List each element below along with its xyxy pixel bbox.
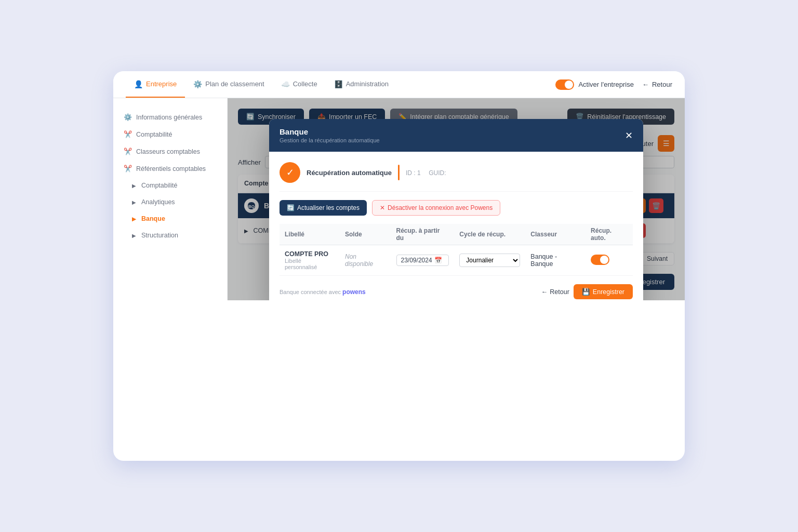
deactivate-label: Désactiver la connexion avec Powens [388,204,493,211]
update-accounts-button[interactable]: 🔄 Actualiser les comptes [280,200,367,216]
sidebar: ⚙️ Informations générales ✂️ Comptabilit… [113,98,228,300]
sidebar-item-comptabilite[interactable]: ✂️ Comptabilité [113,126,227,143]
sidebar-item-informations[interactable]: ⚙️ Informations générales [113,109,227,126]
content-area: 🔄 Synchroniser 📤 Importer un FEC ✏️ Inté… [228,98,685,300]
sidebar-item-label: Analytiques [141,198,175,206]
tab-administration-label: Administration [346,80,389,88]
tab-entreprise-label: Entreprise [146,80,177,88]
activate-toggle[interactable] [555,79,574,90]
cycle-select[interactable]: Journalier Hebdomadaire Mensuel [459,254,520,267]
modal-col-libelle: Libellé [280,224,340,245]
status-text: Récupération automatique [307,169,392,177]
modal-table: Libellé Solde Récup. à partir du Cycle d… [280,224,633,276]
modal-row-classeur: Banque - Banque [525,245,586,276]
modal-close-button[interactable]: ✕ [625,130,633,141]
status-circle: ✓ [280,162,300,183]
modal-footer: Banque connectée avec powens ← Retour 💾 [280,284,633,299]
scissors3-icon: ✂️ [124,165,132,172]
status-divider [398,165,400,180]
sidebar-item-label: Référentiels comptables [136,165,206,172]
modal-col-cycle: Cycle de récup. [454,224,525,245]
modal-ids: ID : 1 GUID: [406,169,446,177]
expand-icon: ▶ [132,183,136,189]
modal-header: Banque Gestion de la récupération automa… [269,119,643,152]
modal-label-sub: Libellé personnalisé [285,258,335,270]
date-value: 23/09/2024 [401,257,432,264]
modal-overlay: Banque Gestion de la récupération automa… [228,98,685,300]
modal-buttons: ← Retour 💾 Enregistrer [541,284,633,299]
recup-toggle[interactable] [591,255,609,265]
settings-icon: ⚙️ [193,80,202,88]
modal: Banque Gestion de la récupération automa… [269,119,643,300]
sidebar-item-label: Comptabilité [136,131,172,138]
back-label: Retour [652,81,672,88]
modal-title: Banque [280,127,380,136]
modal-save-button[interactable]: 💾 Enregistrer [574,284,633,299]
gear-icon: ⚙️ [124,113,132,121]
tab-administration[interactable]: 🗄️ Administration [326,71,397,98]
modal-col-recup: Récup. auto. [586,224,633,245]
sidebar-item-referentiels[interactable]: ✂️ Référentiels comptables [113,160,227,177]
main-layout: ⚙️ Informations générales ✂️ Comptabilit… [113,98,685,300]
modal-header-text: Banque Gestion de la récupération automa… [280,127,380,143]
modal-body: ✓ Récupération automatique ID : 1 GUID: [269,152,643,300]
sidebar-item-comptabilite-sub[interactable]: ▶ Comptabilité [113,177,227,194]
sidebar-item-banque[interactable]: ▶ Banque [113,210,227,227]
sidebar-item-label: Classeurs comptables [136,148,200,155]
sidebar-item-label: Banque [141,215,165,222]
tab-entreprise[interactable]: 👤 Entreprise [126,71,185,98]
save2-icon: 💾 [582,288,590,296]
modal-row-cycle: Journalier Hebdomadaire Mensuel [454,245,525,276]
expand3-icon: ▶ [132,216,136,222]
toggle-wrapper: Activer l'entreprise [555,79,634,90]
scissors-icon: ✂️ [124,130,132,138]
modal-row-recup [586,245,633,276]
toggle-label: Activer l'entreprise [578,81,634,88]
modal-label-main: COMPTE PRO [285,250,335,258]
deactivate-button[interactable]: ✕ Désactiver la connexion avec Powens [372,200,500,216]
modal-actions: 🔄 Actualiser les comptes ✕ Désactiver la… [280,200,633,216]
back-arrow-icon: ← [642,81,649,88]
tab-plan[interactable]: ⚙️ Plan de classement [185,71,272,98]
modal-table-row: COMPTE PRO Libellé personnalisé Non disp… [280,245,633,276]
main-card: 👤 Entreprise ⚙️ Plan de classement ☁️ Co… [113,71,685,461]
modal-col-date: Récup. à partir du [391,224,455,245]
modal-col-solde: Solde [340,224,391,245]
powens-note: Banque connectée avec powens [280,288,366,296]
back-button[interactable]: ← Retour [642,81,672,88]
tab-collecte-label: Collecte [293,80,317,88]
refresh-icon: 🔄 [287,204,295,211]
top-nav: 👤 Entreprise ⚙️ Plan de classement ☁️ Co… [113,71,685,98]
back-arrow2-icon: ← [541,288,548,296]
modal-guid: GUID: [429,169,446,177]
tab-collecte[interactable]: ☁️ Collecte [273,71,326,98]
modal-status-row: ✓ Récupération automatique ID : 1 GUID: [280,162,633,192]
sidebar-item-label: Structuration [141,232,178,239]
sidebar-item-analytiques[interactable]: ▶ Analytiques [113,194,227,210]
sidebar-item-label: Informations générales [136,114,202,121]
sidebar-item-classeurs[interactable]: ✂️ Classeurs comptables [113,143,227,160]
modal-subtitle: Gestion de la récupération automatique [280,137,380,143]
powens-brand: powens [342,288,366,296]
footer-note: Banque connectée avec [280,289,341,295]
modal-row-date: 23/09/2024 📅 [391,245,455,276]
scissors2-icon: ✂️ [124,148,132,155]
save-btn-label: Enregistrer [593,288,624,296]
db-icon: 🗄️ [334,80,343,88]
modal-id: ID : 1 [406,169,421,177]
sidebar-item-structuration[interactable]: ▶ Structuration [113,227,227,244]
expand4-icon: ▶ [132,233,136,238]
nav-right: Activer l'entreprise ← Retour [555,79,672,90]
x-icon: ✕ [380,204,385,211]
back-btn-label: Retour [550,288,569,296]
solde-value: Non disponible [345,253,373,268]
calendar-icon[interactable]: 📅 [434,257,442,264]
update-label: Actualiser les comptes [297,204,360,211]
cloud-icon: ☁️ [281,80,290,88]
status-label: Récupération automatique [307,169,392,177]
date-input-wrapper: 23/09/2024 📅 [396,255,449,266]
modal-back-button[interactable]: ← Retour [541,288,569,296]
modal-row-solde: Non disponible [340,245,391,276]
modal-row-libelle: COMPTE PRO Libellé personnalisé [280,245,340,276]
sidebar-item-label: Comptabilité [141,182,177,189]
